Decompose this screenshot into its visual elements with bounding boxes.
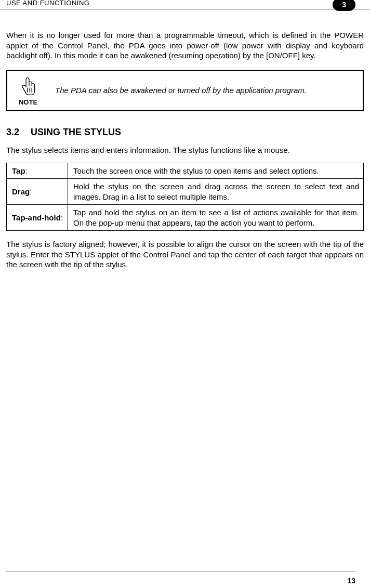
- section-outro: The stylus is factory aligned; however, …: [6, 239, 364, 270]
- definitions-table: Tap: Touch the screen once with the styl…: [6, 163, 364, 231]
- definition-desc: Touch the screen once with the stylus to…: [68, 163, 364, 179]
- section-heading: 3.2USING THE STYLUS: [6, 127, 364, 138]
- svg-rect-2: [32, 87, 32, 92]
- table-row: Tap-and-hold: Tap and hold the stylus on…: [7, 205, 364, 231]
- svg-rect-0: [28, 87, 28, 92]
- pointing-hand-icon: [17, 75, 39, 97]
- footer-rule: [6, 571, 355, 571]
- chapter-badge: 3: [333, 0, 355, 11]
- svg-rect-1: [30, 87, 30, 92]
- definition-desc: Hold the stylus on the screen and drag a…: [68, 179, 364, 205]
- note-text: The PDA can also be awakened or turned o…: [55, 85, 307, 96]
- definition-term: Tap-and-hold:: [7, 205, 68, 231]
- page-footer: 13: [6, 571, 355, 585]
- section-number: 3.2: [6, 127, 19, 137]
- section-intro: The stylus selects items and enters info…: [6, 145, 364, 155]
- table-row: Drag: Hold the stylus on the screen and …: [7, 179, 364, 205]
- page-number: 13: [6, 577, 355, 585]
- note-box: NOTE The PDA can also be awakened or tur…: [6, 70, 364, 111]
- note-label: NOTE: [19, 98, 37, 106]
- intro-paragraph: When it is no longer used for more than …: [6, 30, 364, 61]
- page-content: When it is no longer used for more than …: [0, 9, 370, 270]
- note-icon-column: NOTE: [12, 75, 44, 106]
- definition-term: Tap:: [7, 163, 68, 179]
- table-row: Tap: Touch the screen once with the styl…: [7, 163, 364, 179]
- section-title: USING THE STYLUS: [31, 127, 121, 137]
- header-title: USE AND FUNCTIONING: [6, 0, 89, 7]
- definition-term: Drag:: [7, 179, 68, 205]
- page-header: USE AND FUNCTIONING 3: [0, 0, 370, 9]
- definition-desc: Tap and hold the stylus on an item to se…: [68, 205, 364, 231]
